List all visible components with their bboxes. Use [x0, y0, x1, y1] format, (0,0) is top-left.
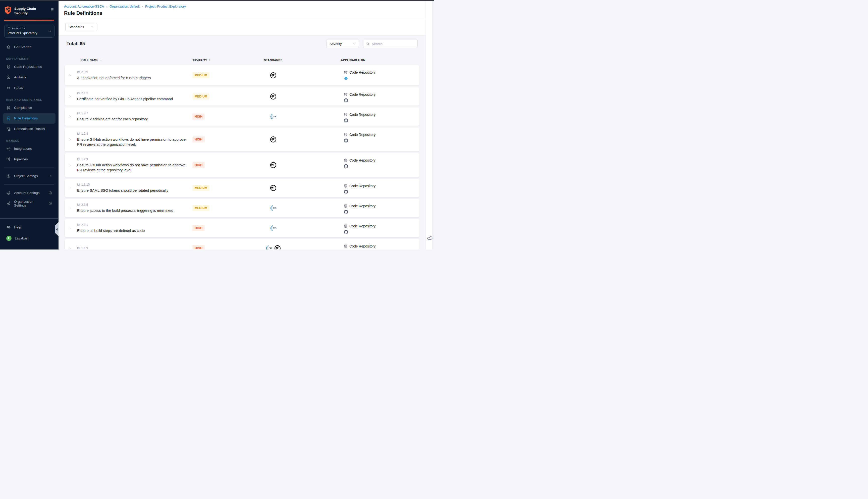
info-icon[interactable] [49, 202, 52, 205]
chevron-right-icon [49, 29, 52, 33]
column-header-rule-name[interactable]: RULE NAME [80, 59, 102, 62]
code-repository-icon [344, 112, 348, 117]
applicable-on-cell: Code Repository [344, 112, 375, 123]
expand-row-chevron-icon[interactable] [68, 138, 72, 141]
cis-standard-icon: CIS [270, 113, 276, 120]
severity-cell: HIGH [193, 136, 205, 143]
code-repository-icon [344, 244, 348, 248]
table-row[interactable]: Id: 2.3.1Ensure all build steps are defi… [65, 219, 419, 237]
table-row[interactable]: Id: 1.3.10Ensure SAML SSO tokens should … [65, 179, 419, 197]
chat-support-icon[interactable] [426, 234, 433, 244]
project-label: PROJECT [8, 27, 51, 30]
clipboard-check-icon [6, 116, 11, 121]
info-icon[interactable] [49, 191, 52, 195]
rule-id: Id: 1.3.7 [77, 112, 148, 115]
expand-row-chevron-icon[interactable] [68, 227, 72, 230]
doc-search-icon [6, 106, 11, 110]
layers-gear-icon [6, 191, 11, 195]
module-grid-icon[interactable] [50, 8, 55, 12]
page-header: Account: Automation-SSCA›Organization: d… [59, 1, 426, 19]
breadcrumb-separator: › [106, 5, 107, 8]
expand-row-chevron-icon[interactable] [68, 186, 72, 190]
rule-name: Authorization not enforced for custom tr… [77, 75, 151, 81]
sidebar-item-rule-definitions[interactable]: Rule Definitions [3, 113, 55, 124]
search-icon [366, 42, 370, 46]
severity-filter-dropdown[interactable]: Severity [326, 40, 359, 48]
table-row[interactable]: Id: 2.3.9Authorization not enforced for … [65, 65, 419, 85]
table-row[interactable]: Id: 1.2.8Ensure GitHub action workflows … [65, 127, 419, 151]
github-provider-icon [344, 230, 348, 234]
collapse-arrow-icon [56, 228, 58, 231]
project-selector[interactable]: PROJECT Product Exploratory [4, 25, 54, 38]
rule-id: Id: 2.3.1 [77, 223, 145, 227]
applicable-on-cell: Code Repository [344, 244, 375, 248]
sidebar-item-label: Remediation Tracker [14, 127, 46, 131]
github-provider-icon [344, 210, 348, 214]
rule-cell: Id: 1.2.9Ensure GitHub action workflows … [77, 153, 191, 177]
owasp-standard-icon [270, 185, 276, 191]
page-scrollbar-track[interactable] [433, 1, 434, 250]
breadcrumb-link[interactable]: Account: Automation-SSCA [64, 4, 104, 8]
sidebar-item-label: Organization Settings [14, 200, 42, 207]
sidebar-header: Supply Chain Security [0, 1, 59, 15]
table-row[interactable]: Id: 2.3.5Ensure access to the build proc… [65, 199, 419, 217]
breadcrumb: Account: Automation-SSCA›Organization: d… [64, 4, 426, 8]
sidebar-item-code-repositories[interactable]: Code Repositories [3, 62, 55, 72]
rule-cell: Id: 1.2.8Ensure GitHub action workflows … [77, 127, 191, 151]
table-row[interactable]: Id: 1.3.7Ensure 2 admins are set for eac… [65, 108, 419, 126]
nav-section-label: RISK AND COMPLIANCE [0, 98, 59, 101]
sidebar-item-label: CI/CD [14, 86, 23, 90]
owasp-standard-icon [270, 136, 276, 143]
sidebar-item-pipelines[interactable]: Pipelines [3, 154, 55, 165]
sidebar-item-label: Code Repositories [14, 65, 42, 69]
expand-row-chevron-icon[interactable] [68, 163, 72, 167]
cis-standard-icon: CIS [270, 205, 276, 211]
divider [4, 184, 54, 185]
severity-badge: HIGH [193, 113, 205, 120]
sidebar-item-label: Rule Definitions [14, 116, 38, 120]
applicable-on-label: Code Repository [349, 133, 375, 137]
sidebar-item-organization-settings[interactable]: Organization Settings [3, 198, 55, 209]
sidebar-nav: Get StartedSUPPLY CHAINCode Repositories… [0, 42, 59, 209]
sidebar-item-compliance[interactable]: Compliance [3, 102, 55, 113]
help-label: Help [14, 226, 21, 229]
sidebar-item-user[interactable]: L Lavakush [0, 233, 59, 244]
gear-icon [6, 174, 11, 179]
standards-cell [258, 136, 288, 143]
rule-id: Id: 1.1.9 [77, 246, 88, 250]
cis-standard-icon: CIS [270, 225, 276, 231]
severity-cell: HIGH [193, 245, 205, 250]
rule-cell: Id: 1.3.10Ensure SAML SSO tokens should … [77, 179, 168, 197]
sidebar-item-help[interactable]: ? Help [0, 222, 59, 233]
column-header-severity[interactable]: SEVERITY [193, 59, 211, 62]
expand-row-chevron-icon[interactable] [68, 115, 72, 118]
rule-name: Ensure GitHub action workflows do not ha… [77, 162, 191, 173]
sidebar-item-integrations[interactable]: Integrations [3, 144, 55, 154]
box-wrench-icon [6, 126, 11, 131]
sidebar-item-artifacts[interactable]: Artifacts [3, 72, 55, 83]
severity-badge: MEDIUM [193, 94, 210, 99]
expand-row-chevron-icon[interactable] [68, 95, 72, 98]
sidebar-item-get-started[interactable]: Get Started [3, 42, 55, 52]
expand-row-chevron-icon[interactable] [68, 74, 72, 77]
standards-dropdown[interactable]: Standards [65, 23, 97, 31]
github-provider-icon [344, 98, 348, 102]
breadcrumb-link[interactable]: Organization: default [110, 4, 140, 8]
sidebar-item-account-settings[interactable]: Account Settings [3, 188, 55, 198]
rule-id: Id: 2.3.5 [77, 203, 173, 207]
applicable-on-label: Code Repository [349, 224, 375, 228]
sidebar-item-remediation-tracker[interactable]: Remediation Tracker [3, 124, 55, 134]
sidebar-item-ci-cd[interactable]: CI/CD [3, 83, 55, 93]
table-row[interactable]: Id: 1.1.9HIGH CIS Code Repository [65, 239, 419, 250]
nav-section-label: MANAGE [0, 139, 59, 142]
search-input[interactable] [372, 42, 415, 46]
severity-cell: MEDIUM [193, 205, 210, 211]
table-row[interactable]: Id: 2.1.2Certificate not verified by Git… [65, 87, 419, 106]
table-row[interactable]: Id: 1.2.9Ensure GitHub action workflows … [65, 153, 419, 177]
page-title: Rule Definitions [64, 10, 426, 16]
breadcrumb-link[interactable]: Project: Product Exploratory [145, 4, 186, 8]
project-cube-icon [8, 27, 11, 30]
sidebar-item-project-settings[interactable]: Project Settings [3, 171, 55, 181]
expand-row-chevron-icon[interactable] [68, 246, 72, 250]
expand-row-chevron-icon[interactable] [68, 206, 72, 210]
